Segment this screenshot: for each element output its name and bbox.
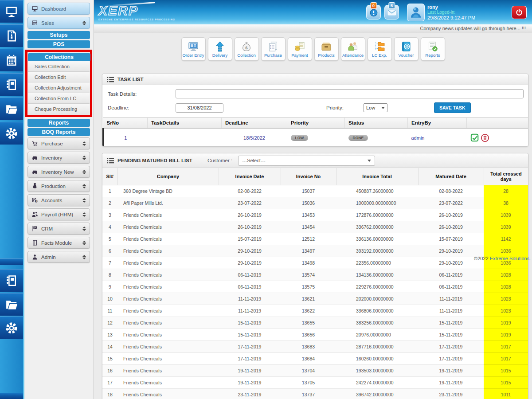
sidebar-section-collections[interactable]: Collections [28, 53, 90, 61]
bill-cell: 1019 [484, 317, 528, 329]
task-complete-icon[interactable] [470, 133, 479, 142]
task-column-header: TaskDetails [148, 117, 222, 129]
coins-icon: $ [31, 197, 38, 203]
bill-cell: 9 [102, 281, 117, 293]
bill-row: 15Friends Chemicals17-11-201913684160260… [102, 353, 528, 365]
task-table-header-row: SrNoTaskDetailsDeadLinePriorityStatusEnt… [103, 117, 529, 129]
rail-tile-calendar[interactable] [0, 49, 23, 71]
sidebar-item-collection-adjustment[interactable]: Collection Adjustment [28, 82, 90, 93]
bill-cell: Friends Chemicals [117, 389, 219, 399]
delivery-icon [214, 41, 226, 52]
collection-icon: $ [241, 41, 252, 52]
bill-row: 6Friends Chemicals29-10-201913497393192.… [102, 245, 528, 257]
left-icon-rail [0, 0, 24, 399]
expand-collapse-icon [82, 170, 86, 174]
expand-collapse-icon [82, 241, 86, 245]
toolbar-reports-button[interactable]: Reports [421, 37, 445, 61]
user-avatar-button[interactable] [407, 4, 425, 21]
rail-tile-gear[interactable] [0, 317, 23, 339]
rail-tile-notebook[interactable] [0, 73, 23, 96]
collections-highlight-box: CollectionsSales CollectionCollection Ed… [25, 50, 92, 117]
priority-badge: LOW [291, 135, 309, 141]
sidebar-item-sales-collection[interactable]: Sales Collection [28, 61, 90, 72]
toolbar-button-label: Attendance [342, 53, 364, 58]
task-entry-by: admin [408, 129, 467, 147]
bill-cell: 29-10-2019 [219, 257, 281, 269]
rail-tile-monitor[interactable] [0, 0, 23, 23]
bill-cell: Friends Chemicals [117, 305, 219, 317]
toolbar-attendance-button[interactable]: Attendance [341, 37, 365, 61]
reports-icon [427, 41, 438, 52]
toolbar-collection-button[interactable]: $Collection [235, 37, 259, 61]
list-icon [107, 77, 114, 82]
sidebar-item-cheque-processing[interactable]: Cheque Processing [28, 104, 90, 114]
toolbar-button-label: Purchase [264, 53, 282, 58]
sidebar-section-boq-reports[interactable]: BOQ Reports [27, 128, 90, 136]
bill-cell: Friends Chemicals [117, 209, 219, 221]
task-delete-icon[interactable] [481, 133, 489, 142]
rail-tile-gear[interactable] [0, 122, 23, 145]
sidebar-item-inventory-new[interactable]: Inventory New [27, 166, 90, 178]
toolbar-purchase-button[interactable]: Purchase [261, 37, 286, 61]
sidebar-item-inventory[interactable]: Inventory [27, 152, 90, 164]
rail-tile-notebook[interactable] [0, 269, 23, 292]
sidebar-item-facts-module[interactable]: Facts Module [27, 237, 90, 249]
sidebar-item-collection-from-lc[interactable]: Collection From LC [28, 93, 90, 104]
priority-select[interactable]: Low [364, 103, 387, 112]
bill-cell: 17-11-2019 [219, 341, 281, 353]
task-details-input[interactable] [176, 89, 524, 98]
bill-cell: 8 [102, 269, 117, 281]
bill-row: 10Friends Chemicals11-11-201913621202000… [102, 293, 528, 305]
sidebar-item-purchase[interactable]: Purchase [27, 137, 90, 149]
list-icon [107, 158, 114, 164]
save-task-button[interactable]: SAVE TASK [434, 102, 471, 113]
rail-tile-folder[interactable] [0, 293, 23, 316]
sidebar-item-sales[interactable]: Sales [27, 17, 90, 29]
bill-cell: 1039 [484, 221, 528, 233]
deadline-input[interactable] [176, 103, 223, 113]
book-icon [31, 239, 38, 246]
bill-cell: 26-10-2019 [219, 221, 281, 233]
purchase-icon [267, 41, 279, 52]
task-srno: 1 [103, 129, 148, 147]
bill-cell: 15-07-2019 [418, 233, 484, 245]
toolbar-voucher-button[interactable]: @Voucher [394, 37, 419, 61]
sidebar-item-dashboard[interactable]: Dashboard [27, 3, 90, 15]
bill-cell: 19-11-2019 [219, 365, 281, 377]
sidebar-item-collection-edit[interactable]: Collection Edit [28, 72, 90, 82]
mail-button[interactable]: 5 [384, 5, 399, 20]
bill-cell: 23-07-2022 [219, 197, 281, 209]
toolbar-products-button[interactable]: Products [314, 37, 339, 61]
toolbar-button-label: Payment [291, 53, 308, 58]
sidebar-item-label: Dashboard [41, 6, 86, 12]
sidebar-item-production[interactable]: Production [27, 180, 90, 192]
notifications-button[interactable]: 0 [366, 5, 381, 20]
toolbar-delivery-button[interactable]: Delivery [208, 37, 232, 61]
sidebar-section-pos[interactable]: POS [27, 40, 90, 48]
bill-row: 13Friends Chemicals15-11-20191365620976.… [102, 329, 528, 341]
toolbar-lc-exp-button[interactable]: LC Exp. [368, 37, 392, 61]
bill-cell: 17-11-2019 [418, 341, 484, 353]
sidebar-section-reports[interactable]: Reports [27, 119, 90, 127]
logout-button[interactable] [512, 6, 527, 19]
bill-cell: 336136.00000000 [336, 233, 418, 245]
toolbar-order-entry-button[interactable]: Order Entry [181, 37, 206, 61]
bill-cell: 29-10-2019 [219, 245, 281, 257]
sidebar-item-crm[interactable]: CRM [27, 223, 90, 235]
bill-row: 8Friends Chemicals06-11-201913574134136.… [102, 269, 528, 281]
user-info: rony Last Loged-in: 29/8/2022 9:12:47 PM [427, 4, 493, 20]
sidebar-item-admin[interactable]: Admin [27, 251, 90, 263]
sidebar-item-payroll-hrm[interactable]: Payroll (HRM) [27, 208, 90, 220]
bill-cell: 1028 [484, 269, 528, 281]
rail-tile-zip-document[interactable] [0, 24, 23, 47]
sidebar-item-accounts[interactable]: $Accounts [27, 194, 90, 206]
customer-select[interactable]: ---Select--- [238, 156, 375, 166]
rail-tile-folder[interactable] [0, 98, 23, 120]
bill-cell: Friends Chemicals [117, 269, 219, 281]
toolbar-payment-button[interactable]: Payment [288, 37, 312, 61]
monitor-icon [5, 5, 18, 18]
bill-row: 11Friends Chemicals11-11-201913622336806… [102, 305, 528, 317]
sidebar-section-setups[interactable]: Setups [27, 31, 90, 39]
vendor-link[interactable]: Extreme Solutions. [490, 256, 531, 261]
zip-document-icon [5, 29, 18, 43]
